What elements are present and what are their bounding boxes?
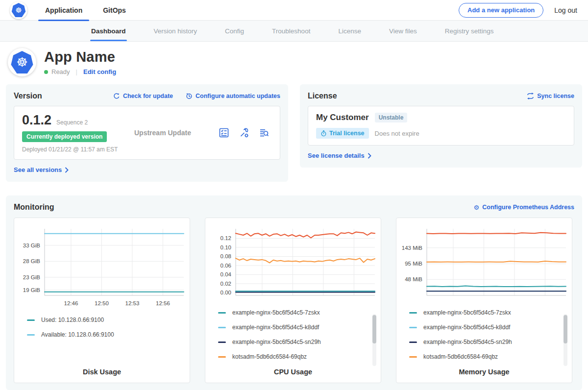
- license-type-badge: Trial license: [316, 128, 369, 139]
- svg-text:12:56: 12:56: [156, 300, 170, 306]
- legend-label: Available: 10.128.0.66:9100: [41, 331, 114, 338]
- tab-view-files[interactable]: View files: [389, 21, 417, 41]
- legend-item: kotsadm-5db6dc6584-69qbz: [218, 353, 381, 360]
- tab-registry-settings[interactable]: Registry settings: [445, 21, 494, 41]
- license-card: License Sync license My Customer Unstabl…: [300, 84, 582, 168]
- svg-text:19 GiB: 19 GiB: [23, 287, 40, 293]
- legend-swatch: [409, 312, 417, 314]
- topnav-tab-application[interactable]: Application: [38, 0, 89, 21]
- legend-swatch: [409, 327, 417, 328]
- sync-license-link[interactable]: Sync license: [527, 93, 574, 99]
- currently-deployed-badge: Currently deployed version: [22, 131, 107, 142]
- legend-swatch: [218, 341, 226, 343]
- tab-config[interactable]: Config: [225, 21, 244, 41]
- app-sub-navbar: Dashboard Version history Config Trouble…: [0, 21, 588, 42]
- svg-text:12:53: 12:53: [125, 300, 140, 306]
- top-navbar: ☸ Application GitOps Add a new applicati…: [0, 0, 588, 21]
- license-details-box: My Customer Unstable Trial license Does …: [308, 106, 574, 146]
- configure-prometheus-link[interactable]: ⚙ Configure Prometheus Address: [474, 204, 574, 211]
- tab-troubleshoot[interactable]: Troubleshoot: [272, 21, 310, 41]
- stopwatch-icon: [320, 130, 327, 137]
- add-application-button[interactable]: Add a new application: [459, 3, 543, 18]
- see-license-details-link[interactable]: See license details: [308, 152, 371, 159]
- customer-name: My Customer: [316, 113, 369, 122]
- memory-usage-legend: example-nginx-5bc6f5d4c5-7zskxexample-ng…: [409, 309, 572, 368]
- legend-swatch: [218, 312, 226, 314]
- monitoring-card: Monitoring ⚙ Configure Prometheus Addres…: [6, 195, 582, 390]
- sync-icon: [527, 93, 534, 99]
- legend-label: example-nginx-5bc6f5d4c5-sn29h: [423, 339, 512, 345]
- legend-label: example-nginx-5bc6f5d4c5-k8ddf: [232, 324, 319, 331]
- legend-swatch: [27, 334, 35, 336]
- legend-scrollbar[interactable]: [564, 314, 567, 366]
- version-number: 0.1.2: [22, 113, 51, 128]
- see-all-versions-link[interactable]: See all versions: [14, 166, 69, 173]
- cpu-usage-legend: example-nginx-5bc6f5d4c5-7zskxexample-ng…: [218, 309, 381, 368]
- legend-swatch: [218, 327, 226, 328]
- svg-text:0.08: 0.08: [220, 253, 231, 259]
- disk-usage-panel: 19 GiB23 GiB28 GiB33 GiB12:4612:5012:531…: [14, 218, 190, 383]
- legend-swatch: [409, 341, 417, 343]
- kubernetes-helm-icon: ☸: [11, 51, 33, 73]
- scrollbar-thumb[interactable]: [564, 315, 567, 343]
- legend-label: example-nginx-5bc6f5d4c5-7zskx: [232, 309, 320, 316]
- svg-text:12:50: 12:50: [286, 300, 300, 301]
- svg-text:12:56: 12:56: [538, 300, 552, 301]
- svg-text:0.04: 0.04: [220, 271, 232, 277]
- legend-item: example-nginx-5bc6f5d4c5-sn29h: [218, 339, 381, 345]
- svg-text:12:46: 12:46: [64, 300, 78, 306]
- legend-item: Used: 10.128.0.66:9100: [27, 317, 190, 323]
- legend-item: example-nginx-5bc6f5d4c5-7zskx: [409, 309, 572, 316]
- svg-text:0.12: 0.12: [220, 235, 231, 241]
- license-card-title: License: [308, 92, 514, 100]
- status-badge: Ready: [51, 68, 70, 75]
- legend-label: example-nginx-5bc6f5d4c5-k8ddf: [423, 324, 510, 331]
- check-for-update-link[interactable]: Check for update: [113, 93, 173, 99]
- svg-text:0.06: 0.06: [220, 263, 231, 268]
- chart-title: Disk Usage: [14, 368, 190, 376]
- channel-badge: Unstable: [375, 113, 408, 122]
- svg-text:12:46: 12:46: [255, 300, 270, 301]
- refresh-icon: [113, 93, 120, 99]
- svg-text:95 MiB: 95 MiB: [405, 261, 422, 267]
- deployed-timestamp: Deployed 01/21/22 @ 11:57 am EST: [22, 146, 132, 153]
- memory-usage-panel: 48 MiB95 MiB143 MiB12:4612:5012:5312:56 …: [396, 218, 572, 383]
- legend-item: example-nginx-5bc6f5d4c5-k8ddf: [409, 324, 572, 331]
- legend-item: Available: 10.128.0.66:9100: [27, 331, 190, 338]
- tab-dashboard[interactable]: Dashboard: [91, 21, 126, 41]
- svg-text:0.00: 0.00: [220, 290, 231, 295]
- scrollbar-thumb[interactable]: [372, 315, 376, 343]
- legend-swatch: [218, 356, 226, 358]
- svg-text:12:46: 12:46: [446, 300, 461, 301]
- logout-button[interactable]: Log out: [554, 6, 577, 14]
- legend-item: example-nginx-5bc6f5d4c5-7zskx: [218, 309, 381, 316]
- legend-scrollbar[interactable]: [372, 314, 376, 366]
- config-wrench-icon[interactable]: [238, 127, 250, 139]
- tab-version-history[interactable]: Version history: [154, 21, 197, 41]
- divider: |: [76, 68, 77, 75]
- topnav-tab-gitops[interactable]: GitOps: [96, 0, 133, 21]
- disk-usage-legend: Used: 10.128.0.66:9100Available: 10.128.…: [27, 317, 190, 368]
- svg-text:12:50: 12:50: [95, 300, 109, 306]
- file-diff-icon[interactable]: [258, 127, 270, 139]
- preflight-checklist-icon[interactable]: [218, 127, 230, 139]
- app-header: ☸ App Name Ready | Edit config: [0, 42, 588, 84]
- status-ready-dot: [44, 70, 48, 74]
- configure-automatic-updates-link[interactable]: Configure automatic updates: [186, 93, 280, 99]
- legend-label: example-nginx-5bc6f5d4c5-7zskx: [423, 309, 511, 316]
- chart-title: Memory Usage: [396, 368, 572, 376]
- monitoring-title: Monitoring: [14, 203, 461, 212]
- kubernetes-helm-icon: ☸: [12, 3, 26, 17]
- legend-swatch: [27, 319, 35, 321]
- legend-label: Used: 10.128.0.66:9100: [41, 317, 104, 323]
- svg-text:33 GiB: 33 GiB: [23, 243, 40, 248]
- svg-text:23 GiB: 23 GiB: [23, 274, 40, 280]
- cpu-usage-chart: 0.000.020.040.060.080.100.1212:4612:5012…: [208, 225, 378, 301]
- license-expiry: Does not expire: [375, 130, 419, 137]
- edit-config-link[interactable]: Edit config: [83, 68, 116, 75]
- tab-license[interactable]: License: [338, 21, 361, 41]
- svg-text:0.02: 0.02: [220, 281, 231, 287]
- legend-item: example-nginx-5bc6f5d4c5-sn29h: [409, 339, 572, 345]
- kubernetes-logo: ☸: [10, 1, 27, 19]
- svg-text:12:50: 12:50: [477, 300, 491, 301]
